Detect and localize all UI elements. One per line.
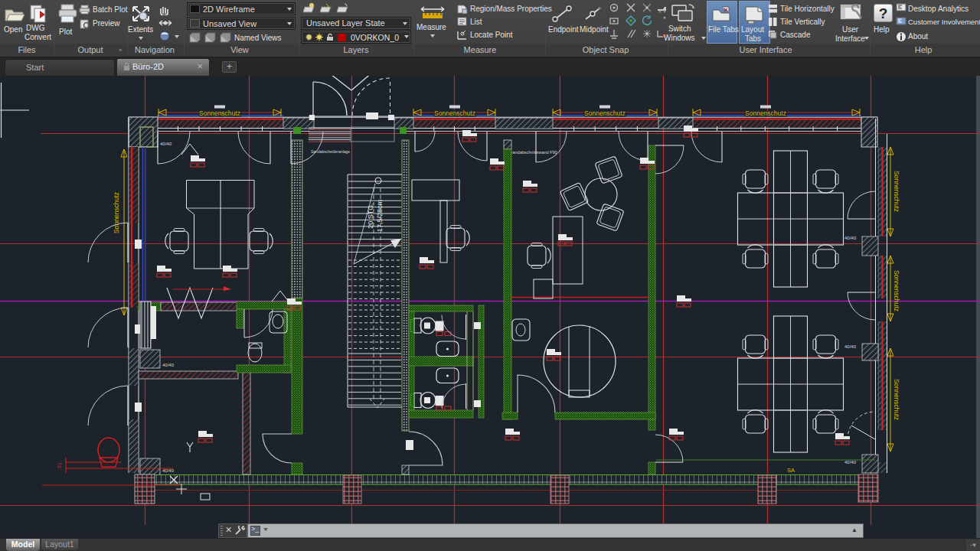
svg-text:Sonnenschutz: Sonnenschutz [199, 109, 240, 117]
svg-text:Sandabscheideranlage: Sandabscheideranlage [311, 149, 350, 154]
svg-text:Sonnenschutz: Sonnenschutz [434, 109, 475, 117]
svg-text:Sonnenschutz: Sonnenschutz [893, 270, 900, 311]
svg-text:40/40: 40/40 [160, 142, 172, 146]
svg-text:40/40: 40/40 [162, 363, 175, 367]
svg-text:Sonnenschutz: Sonnenschutz [745, 109, 786, 117]
svg-text:SA: SA [787, 467, 795, 474]
svg-text:17,5/28cm: 17,5/28cm [376, 200, 384, 232]
svg-text:40/40: 40/40 [844, 344, 857, 349]
svg-text:31: 31 [57, 462, 62, 468]
svg-text:Sonnenschutz: Sonnenschutz [893, 171, 900, 212]
svg-text:20 STG.: 20 STG. [367, 203, 374, 229]
svg-text:Sonnenschutz: Sonnenschutz [584, 109, 626, 117]
svg-text:40/40: 40/40 [844, 236, 857, 240]
svg-text:Sonnenschutz: Sonnenschutz [113, 192, 120, 233]
svg-text:Brandabschnittswand F90: Brandabschnittswand F90 [508, 150, 557, 155]
svg-text:40/40: 40/40 [162, 468, 175, 473]
svg-text:Sonnenschutz: Sonnenschutz [893, 379, 900, 420]
svg-text:40/40: 40/40 [844, 460, 857, 465]
